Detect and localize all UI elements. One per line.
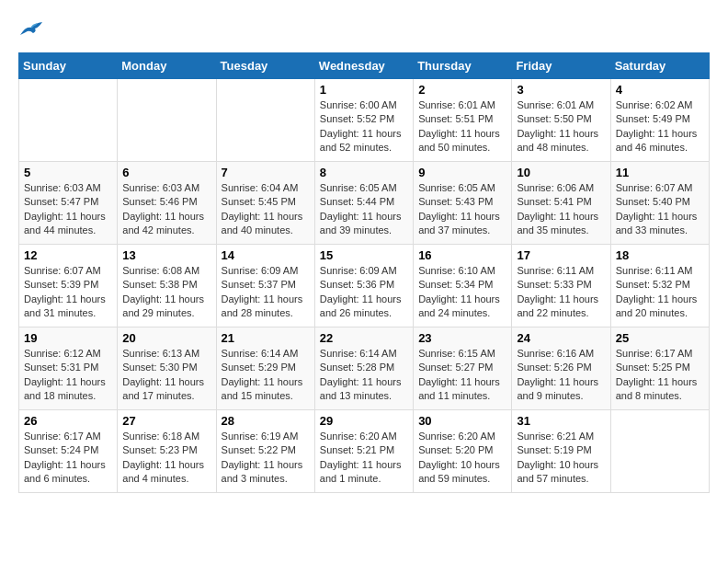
day-info: Sunrise: 6:01 AM Sunset: 5:51 PM Dayligh… xyxy=(418,98,506,155)
day-info: Sunrise: 6:06 AM Sunset: 5:41 PM Dayligh… xyxy=(517,181,605,238)
day-number: 12 xyxy=(24,248,112,262)
calendar-cell: 18Sunrise: 6:11 AM Sunset: 5:32 PM Dayli… xyxy=(610,245,709,327)
calendar-cell: 23Sunrise: 6:15 AM Sunset: 5:27 PM Dayli… xyxy=(414,327,512,410)
day-info: Sunrise: 6:18 AM Sunset: 5:23 PM Dayligh… xyxy=(122,430,210,487)
day-info: Sunrise: 6:17 AM Sunset: 5:24 PM Dayligh… xyxy=(24,430,112,487)
calendar-table: SundayMondayTuesdayWednesdayThursdayFrid… xyxy=(18,52,710,493)
day-number: 10 xyxy=(517,166,605,179)
calendar-cell: 11Sunrise: 6:07 AM Sunset: 5:40 PM Dayli… xyxy=(610,162,709,245)
day-info: Sunrise: 6:13 AM Sunset: 5:30 PM Dayligh… xyxy=(122,347,210,404)
day-info: Sunrise: 6:17 AM Sunset: 5:25 PM Dayligh… xyxy=(616,347,704,404)
day-number: 16 xyxy=(418,248,506,262)
calendar-cell: 2Sunrise: 6:01 AM Sunset: 5:51 PM Daylig… xyxy=(414,79,512,162)
calendar-cell: 29Sunrise: 6:20 AM Sunset: 5:21 PM Dayli… xyxy=(314,410,413,493)
day-info: Sunrise: 6:19 AM Sunset: 5:22 PM Dayligh… xyxy=(222,430,310,487)
weekday-header-thursday: Thursday xyxy=(414,53,512,79)
day-number: 15 xyxy=(320,248,408,262)
day-number: 28 xyxy=(222,414,310,428)
weekday-header-saturday: Saturday xyxy=(610,53,709,79)
day-info: Sunrise: 6:14 AM Sunset: 5:29 PM Dayligh… xyxy=(222,347,310,404)
calendar-cell: 22Sunrise: 6:14 AM Sunset: 5:28 PM Dayli… xyxy=(314,327,413,410)
calendar-week-row: 12Sunrise: 6:07 AM Sunset: 5:39 PM Dayli… xyxy=(19,245,710,327)
calendar-week-row: 1Sunrise: 6:00 AM Sunset: 5:52 PM Daylig… xyxy=(19,79,710,162)
calendar-cell: 17Sunrise: 6:11 AM Sunset: 5:33 PM Dayli… xyxy=(512,245,610,327)
day-info: Sunrise: 6:11 AM Sunset: 5:32 PM Dayligh… xyxy=(616,264,704,321)
day-number: 18 xyxy=(616,248,704,262)
day-info: Sunrise: 6:03 AM Sunset: 5:47 PM Dayligh… xyxy=(24,181,112,238)
day-info: Sunrise: 6:02 AM Sunset: 5:49 PM Dayligh… xyxy=(616,98,704,155)
calendar-cell: 30Sunrise: 6:20 AM Sunset: 5:20 PM Dayli… xyxy=(414,410,512,493)
day-info: Sunrise: 6:00 AM Sunset: 5:52 PM Dayligh… xyxy=(320,98,408,155)
day-info: Sunrise: 6:21 AM Sunset: 5:19 PM Dayligh… xyxy=(517,430,605,487)
day-number: 27 xyxy=(122,414,210,428)
calendar-cell: 27Sunrise: 6:18 AM Sunset: 5:23 PM Dayli… xyxy=(118,410,216,493)
weekday-header-monday: Monday xyxy=(118,53,216,79)
day-number: 30 xyxy=(418,414,506,428)
day-number: 25 xyxy=(616,331,704,345)
day-number: 5 xyxy=(24,166,112,179)
logo-bird-icon xyxy=(18,18,44,39)
day-number: 3 xyxy=(517,83,605,97)
day-info: Sunrise: 6:16 AM Sunset: 5:26 PM Dayligh… xyxy=(517,347,605,404)
calendar-cell: 26Sunrise: 6:17 AM Sunset: 5:24 PM Dayli… xyxy=(19,410,118,493)
calendar-cell: 25Sunrise: 6:17 AM Sunset: 5:25 PM Dayli… xyxy=(610,327,709,410)
day-info: Sunrise: 6:12 AM Sunset: 5:31 PM Dayligh… xyxy=(24,347,112,404)
weekday-header-wednesday: Wednesday xyxy=(314,53,413,79)
calendar-cell: 24Sunrise: 6:16 AM Sunset: 5:26 PM Dayli… xyxy=(512,327,610,410)
day-info: Sunrise: 6:20 AM Sunset: 5:20 PM Dayligh… xyxy=(418,430,506,487)
calendar-cell: 5Sunrise: 6:03 AM Sunset: 5:47 PM Daylig… xyxy=(19,162,118,245)
day-info: Sunrise: 6:03 AM Sunset: 5:46 PM Dayligh… xyxy=(122,181,210,238)
calendar-cell xyxy=(216,79,314,162)
weekday-header-sunday: Sunday xyxy=(19,53,118,79)
day-number: 2 xyxy=(418,83,506,97)
calendar-cell: 15Sunrise: 6:09 AM Sunset: 5:36 PM Dayli… xyxy=(314,245,413,327)
calendar-week-row: 19Sunrise: 6:12 AM Sunset: 5:31 PM Dayli… xyxy=(19,327,710,410)
day-info: Sunrise: 6:09 AM Sunset: 5:36 PM Dayligh… xyxy=(320,264,408,321)
day-number: 1 xyxy=(320,83,408,97)
weekday-header-friday: Friday xyxy=(512,53,610,79)
day-number: 22 xyxy=(320,331,408,345)
day-info: Sunrise: 6:08 AM Sunset: 5:38 PM Dayligh… xyxy=(122,264,210,321)
calendar-cell: 13Sunrise: 6:08 AM Sunset: 5:38 PM Dayli… xyxy=(118,245,216,327)
calendar-cell: 4Sunrise: 6:02 AM Sunset: 5:49 PM Daylig… xyxy=(610,79,709,162)
calendar-cell: 12Sunrise: 6:07 AM Sunset: 5:39 PM Dayli… xyxy=(19,245,118,327)
calendar-cell: 31Sunrise: 6:21 AM Sunset: 5:19 PM Dayli… xyxy=(512,410,610,493)
day-info: Sunrise: 6:09 AM Sunset: 5:37 PM Dayligh… xyxy=(222,264,310,321)
calendar-cell: 28Sunrise: 6:19 AM Sunset: 5:22 PM Dayli… xyxy=(216,410,314,493)
logo xyxy=(18,18,48,39)
day-number: 7 xyxy=(222,166,310,179)
calendar-cell: 16Sunrise: 6:10 AM Sunset: 5:34 PM Dayli… xyxy=(414,245,512,327)
day-number: 4 xyxy=(616,83,704,97)
day-number: 24 xyxy=(517,331,605,345)
calendar-cell: 9Sunrise: 6:05 AM Sunset: 5:43 PM Daylig… xyxy=(414,162,512,245)
calendar-header-row: SundayMondayTuesdayWednesdayThursdayFrid… xyxy=(19,53,710,79)
day-number: 23 xyxy=(418,331,506,345)
day-number: 13 xyxy=(122,248,210,262)
weekday-header-tuesday: Tuesday xyxy=(216,53,314,79)
day-info: Sunrise: 6:20 AM Sunset: 5:21 PM Dayligh… xyxy=(320,430,408,487)
day-info: Sunrise: 6:05 AM Sunset: 5:44 PM Dayligh… xyxy=(320,181,408,238)
day-number: 20 xyxy=(122,331,210,345)
day-info: Sunrise: 6:15 AM Sunset: 5:27 PM Dayligh… xyxy=(418,347,506,404)
day-number: 29 xyxy=(320,414,408,428)
calendar-cell xyxy=(118,79,216,162)
day-info: Sunrise: 6:05 AM Sunset: 5:43 PM Dayligh… xyxy=(418,181,506,238)
day-number: 17 xyxy=(517,248,605,262)
calendar-cell xyxy=(610,410,709,493)
day-number: 11 xyxy=(616,166,704,179)
calendar-cell: 6Sunrise: 6:03 AM Sunset: 5:46 PM Daylig… xyxy=(118,162,216,245)
day-number: 8 xyxy=(320,166,408,179)
day-info: Sunrise: 6:14 AM Sunset: 5:28 PM Dayligh… xyxy=(320,347,408,404)
day-info: Sunrise: 6:01 AM Sunset: 5:50 PM Dayligh… xyxy=(517,98,605,155)
calendar-cell: 14Sunrise: 6:09 AM Sunset: 5:37 PM Dayli… xyxy=(216,245,314,327)
calendar-cell: 7Sunrise: 6:04 AM Sunset: 5:45 PM Daylig… xyxy=(216,162,314,245)
calendar-cell: 20Sunrise: 6:13 AM Sunset: 5:30 PM Dayli… xyxy=(118,327,216,410)
calendar-cell: 3Sunrise: 6:01 AM Sunset: 5:50 PM Daylig… xyxy=(512,79,610,162)
day-info: Sunrise: 6:10 AM Sunset: 5:34 PM Dayligh… xyxy=(418,264,506,321)
day-number: 19 xyxy=(24,331,112,345)
calendar-cell: 1Sunrise: 6:00 AM Sunset: 5:52 PM Daylig… xyxy=(314,79,413,162)
calendar-cell xyxy=(19,79,118,162)
calendar-week-row: 5Sunrise: 6:03 AM Sunset: 5:47 PM Daylig… xyxy=(19,162,710,245)
calendar-week-row: 26Sunrise: 6:17 AM Sunset: 5:24 PM Dayli… xyxy=(19,410,710,493)
calendar-cell: 10Sunrise: 6:06 AM Sunset: 5:41 PM Dayli… xyxy=(512,162,610,245)
